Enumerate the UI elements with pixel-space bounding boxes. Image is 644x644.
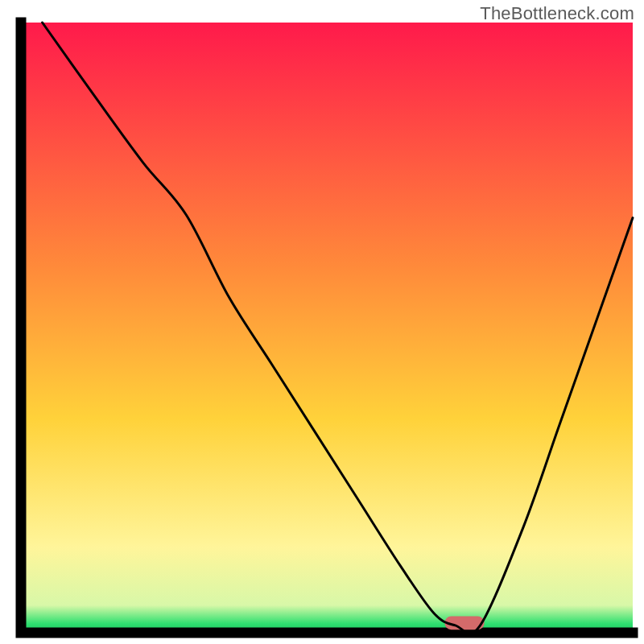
bottleneck-chart bbox=[0, 0, 644, 644]
chart-svg bbox=[0, 0, 644, 644]
watermark-text: TheBottleneck.com bbox=[480, 3, 634, 24]
chart-background bbox=[21, 23, 633, 633]
